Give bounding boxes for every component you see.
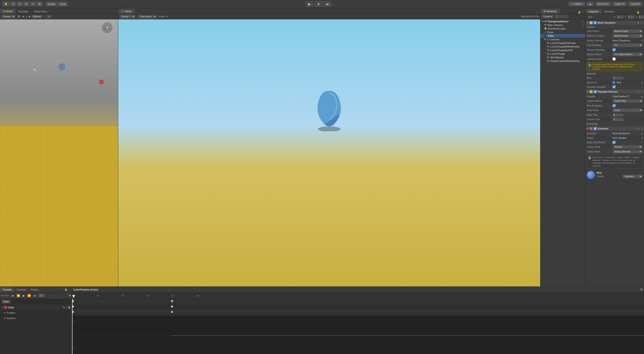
cube-group-track[interactable]: ▼ Cube ⊕ ● 🔒	[0, 305, 72, 310]
services-tab[interactable]: Services	[602, 9, 617, 14]
2d-toggle[interactable]: 2D	[16, 15, 21, 18]
inspector-more-icon[interactable]: ⋯	[640, 11, 643, 14]
gizmos-btn[interactable]: Gizmos	[32, 15, 42, 18]
current-time-input[interactable]	[612, 118, 624, 121]
inspector-tab[interactable]: Inspector	[586, 9, 602, 14]
hier-item-cube[interactable]: ⬛ Cube	[540, 34, 585, 38]
playable-director-dots-icon[interactable]: ⋮	[640, 90, 643, 93]
audio-icon[interactable]: ♫	[26, 15, 28, 18]
hier-item-main-camera[interactable]: 📷 Main Camera ●	[540, 23, 585, 27]
light-probes-dropdown[interactable]: Blend Probes	[612, 29, 643, 33]
scene-tab[interactable]: ⊙ Scene	[0, 9, 16, 14]
rotate-tool-btn[interactable]: ↺	[17, 2, 23, 6]
lock-icon[interactable]: 🔒	[578, 11, 581, 14]
animator-enabled-checkbox[interactable]	[594, 127, 597, 130]
timeline-more-icon[interactable]: ⋯	[68, 288, 71, 291]
size-z-input[interactable]	[638, 15, 644, 19]
mesh-renderer-dots-icon[interactable]: ⋮	[640, 22, 643, 24]
tl-add-btn[interactable]: Add▾	[1, 300, 10, 304]
position-track-expand[interactable]: ▶	[4, 312, 6, 314]
combined-tool-btn[interactable]: ⊞	[36, 2, 42, 6]
hier-item-plane[interactable]: ▭ Plane	[540, 30, 585, 34]
shader-dropdown[interactable]: Standard	[622, 174, 643, 178]
pause-btn[interactable]: ⏸	[314, 1, 323, 7]
size-x-input[interactable]	[617, 15, 624, 19]
rect-tool-btn[interactable]: ▭	[30, 2, 36, 6]
tl-play-btn[interactable]: ▶	[22, 294, 26, 298]
animator-dots-icon[interactable]: ⋮	[640, 127, 643, 130]
play-on-awake-checkbox[interactable]	[612, 104, 616, 107]
mesh-renderer-header[interactable]: M Mesh Renderer ⚙ ⋮	[586, 20, 644, 25]
account-btn[interactable]: Account ▾	[595, 2, 611, 6]
hier-item-cameras[interactable]: ⊞ Cameras	[540, 38, 585, 41]
fx-icon[interactable]: ✦	[28, 15, 30, 18]
update-method-dropdown[interactable]: Game Time	[612, 99, 643, 103]
cube-track-record-icon[interactable]: ●	[66, 306, 67, 308]
receive-shadows-checkbox[interactable]	[612, 48, 616, 51]
hier-item-world-space[interactable]: 📷 WorldSpace	[540, 56, 585, 59]
hierarchy-tab[interactable]: ☰ Hierarchy	[540, 9, 560, 14]
tl-settings-icon[interactable]: ⚙	[69, 294, 71, 297]
playable-director-enabled-checkbox[interactable]	[594, 90, 597, 93]
play-btn[interactable]: ▶	[306, 1, 314, 7]
inspector-lock-icon[interactable]: 🔒	[636, 11, 640, 14]
controller-select-btn[interactable]: ●	[641, 132, 643, 135]
apply-root-motion-checkbox[interactable]	[612, 141, 616, 144]
rotation-track[interactable]: ▶ Rotation —	[0, 316, 72, 321]
display-dropdown[interactable]: Display 1	[119, 15, 135, 18]
avatar-select-btn[interactable]: ●	[641, 137, 643, 139]
rotation-track-expand[interactable]: ▶	[4, 317, 6, 319]
cast-shadows-dropdown[interactable]: On	[612, 43, 643, 47]
rotation-track-minus[interactable]: —	[68, 317, 70, 319]
hier-item-transposer-demo[interactable]: ⊞ TransposerDemo* ●	[540, 19, 585, 23]
cube-track-lock-icon[interactable]: 🔒	[68, 306, 70, 308]
hier-item-lock-target[interactable]: 📷 LockToTarget	[540, 52, 585, 56]
position-track-minus[interactable]: —	[68, 312, 70, 314]
aspect-dropdown[interactable]: Free Aspect	[138, 15, 157, 18]
tl-prev-btn[interactable]: ⏪	[16, 294, 21, 298]
animator-gear-icon[interactable]: ⚙	[637, 127, 639, 130]
position-track[interactable]: ▶ Position —	[0, 310, 72, 316]
tl-keyframe-120-pos[interactable]	[171, 305, 173, 308]
animator-header[interactable]: A Animator ⚙ ⋮	[586, 126, 644, 131]
lightmap-static-checkbox[interactable]	[612, 58, 616, 60]
mesh-renderer-gear-icon[interactable]: ⚙	[637, 22, 639, 24]
layout-btn[interactable]: Layout ▾	[628, 2, 643, 6]
pivot-mode-btn[interactable]: Center	[46, 2, 57, 6]
playable-select-btn[interactable]: ●	[641, 95, 643, 98]
console-tab[interactable]: Console	[14, 287, 28, 292]
hand-tool-btn[interactable]: ✋	[2, 2, 10, 6]
scale-tool-btn[interactable]: ⊡	[23, 2, 29, 6]
search-box[interactable]: All	[46, 15, 52, 18]
initial-time-input[interactable]	[612, 113, 624, 117]
cloud-btn[interactable]: ☁	[586, 2, 594, 6]
update-mode-dropdown[interactable]: Normal	[612, 145, 643, 149]
motion-vectors-dropdown[interactable]: Per Object Motion	[612, 52, 643, 56]
materials-size-input[interactable]	[612, 76, 624, 80]
maximize-label[interactable]: Maximize On Play	[521, 15, 539, 18]
animator-tab[interactable]: Animator	[16, 9, 31, 14]
tl-end-btn[interactable]: ⏭	[33, 294, 37, 298]
move-tool-btn[interactable]: ✛	[10, 2, 16, 6]
timeline-lock-icon[interactable]: 🔒	[64, 288, 68, 291]
hier-item-directional-light[interactable]: 💡 Directional Light	[540, 27, 585, 30]
anchor-override-select-btn[interactable]: ●	[641, 40, 643, 42]
cube-track-expand[interactable]: ▼	[1, 306, 4, 308]
create-btn[interactable]: Create ▾	[541, 15, 554, 18]
reflection-probes-dropdown[interactable]: Blend Probes	[612, 34, 643, 38]
element0-select-btn[interactable]: ●	[641, 81, 643, 84]
tl-next-btn[interactable]: ⏩	[26, 294, 32, 298]
tl-start-btn[interactable]: ⏮	[10, 294, 15, 298]
dynamic-occluded-checkbox[interactable]	[612, 85, 616, 88]
hier-item-lock-target-on-assign[interactable]: 📷 LockToTargetOnAssign	[540, 41, 585, 45]
hier-item-lock-target-no-roll[interactable]: 📷 LockToTargetNoRoll	[540, 48, 585, 52]
hierarchy-search[interactable]	[555, 15, 568, 18]
collab-btn[interactable]: ✓ Collab ▾	[568, 2, 585, 6]
cube-track-options-icon[interactable]: ⊕	[63, 306, 65, 308]
hier-item-lock-target-world-up[interactable]: 📷 LockToTargetWithWorldUp	[540, 45, 585, 48]
layers-btn[interactable]: Layers ▾	[612, 2, 627, 6]
mesh-renderer-enabled-checkbox[interactable]	[594, 21, 597, 24]
tl-gear-icon[interactable]: ⚙	[640, 288, 643, 291]
step-btn[interactable]: ⏭	[324, 1, 332, 7]
culling-mode-dropdown[interactable]: Always Animate	[612, 150, 643, 154]
